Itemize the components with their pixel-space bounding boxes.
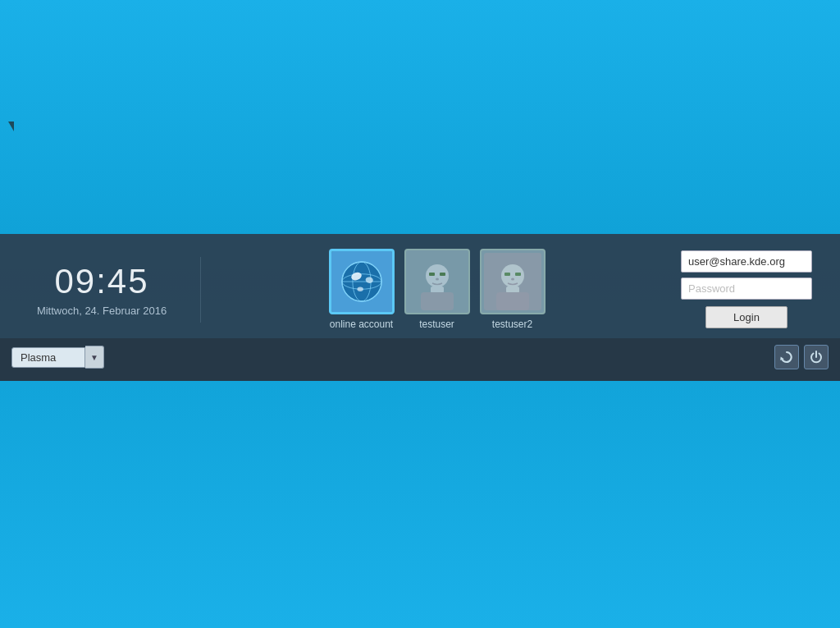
username-input[interactable] — [681, 250, 812, 273]
svg-rect-21 — [506, 286, 519, 293]
clock-section: 09:45 Mittwoch, 24. Februar 2016 — [11, 254, 192, 325]
power-buttons — [774, 345, 829, 369]
user-avatar-online — [329, 249, 395, 314]
svg-point-8 — [357, 286, 363, 291]
users-section: online account — [209, 249, 664, 330]
svg-point-13 — [436, 278, 439, 281]
svg-rect-19 — [515, 273, 521, 276]
login-panel-top: 09:45 Mittwoch, 24. Februar 2016 — [0, 234, 840, 338]
user-label-testuser: testuser — [419, 319, 454, 330]
svg-point-20 — [511, 278, 514, 281]
globe-icon — [331, 250, 392, 313]
svg-rect-12 — [440, 273, 445, 276]
user-label-testuser2: testuser2 — [492, 319, 532, 330]
login-panel-bottom: Plasma ▼ — [0, 338, 840, 381]
login-button[interactable]: Login — [705, 306, 788, 328]
svg-rect-18 — [504, 273, 510, 276]
user-avatar-testuser — [404, 249, 470, 314]
session-label: Plasma — [11, 347, 85, 368]
svg-rect-22 — [496, 292, 529, 310]
user-avatar-testuser2 — [480, 249, 546, 314]
user-label-online-account: online account — [330, 319, 393, 330]
power-icon — [810, 351, 823, 364]
user-face2-icon — [484, 253, 541, 310]
svg-rect-15 — [421, 292, 454, 310]
session-selector[interactable]: Plasma ▼ — [11, 346, 104, 369]
login-panel: 09:45 Mittwoch, 24. Februar 2016 — [0, 234, 840, 381]
session-wrapper: Plasma ▼ — [11, 346, 104, 369]
shutdown-button[interactable] — [804, 345, 829, 369]
clock-date: Mittwoch, 24. Februar 2016 — [37, 305, 167, 317]
mouse-cursor — [8, 121, 14, 131]
reboot-icon — [780, 351, 793, 364]
reboot-button[interactable] — [774, 345, 799, 369]
session-dropdown-arrow[interactable]: ▼ — [85, 346, 104, 369]
user-item-testuser[interactable]: testuser — [404, 249, 470, 330]
login-form-section: Login — [664, 250, 829, 328]
user-face-icon — [409, 253, 466, 310]
user-item-testuser2[interactable]: testuser2 — [480, 249, 546, 330]
clock-time: 09:45 — [54, 262, 148, 301]
svg-rect-14 — [431, 286, 444, 293]
password-input[interactable] — [681, 277, 812, 300]
user-item-online-account[interactable]: online account — [329, 249, 395, 330]
svg-rect-11 — [429, 273, 435, 276]
divider — [200, 257, 201, 323]
